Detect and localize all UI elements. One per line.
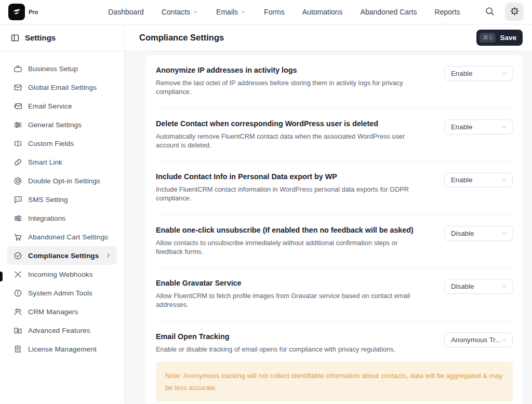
sidebar-item-incoming-webhooks[interactable]: Incoming Webhooks <box>7 265 117 284</box>
keyboard-shortcut-badge: ⌘S <box>480 33 496 43</box>
nav-contacts[interactable]: Contacts <box>155 4 205 20</box>
sidebar-item-label: System Admin Tools <box>28 289 92 297</box>
sidebar-item-business-setup[interactable]: Business Setup <box>7 59 117 78</box>
nav-forms[interactable]: Forms <box>257 4 291 20</box>
setting-title: Include Contact Info in Personal Data ex… <box>156 172 426 181</box>
settings-button[interactable] <box>505 3 524 21</box>
top-navigation-bar: Pro Dashboard Contacts Emails Forms Auto… <box>0 0 532 24</box>
sidebar-item-global-email-settings[interactable]: Global Email Settings <box>7 78 117 97</box>
setting-row-email-open-tracking: Email Open Tracking Enable or disable tr… <box>156 321 513 403</box>
chevron-down-icon <box>501 283 508 290</box>
sidebar-item-label: Double Opt-in Settings <box>28 177 100 185</box>
sidebar-item-integrations[interactable]: Integrations <box>7 209 117 227</box>
crossed-tools-icon <box>14 270 22 279</box>
settings-content[interactable]: Anonymize IP addresses in activity logs … <box>125 51 532 403</box>
chevron-down-icon <box>501 336 508 343</box>
sidebar-item-custom-fields[interactable]: Custom Fields <box>7 134 117 153</box>
sliders-icon <box>14 120 22 129</box>
page-title: Compliance Settings <box>139 33 224 43</box>
gravatar-service-select[interactable]: Disable <box>444 279 513 294</box>
setting-row-personal-data-export: Include Contact Info in Personal Data ex… <box>156 161 513 215</box>
setting-description: Enable or disable tracking of email open… <box>156 345 395 354</box>
setting-row-anonymize-ip: Anonymize IP addresses in activity logs … <box>156 55 513 109</box>
select-value: Anonymous Tr... <box>451 336 501 344</box>
nav-reports[interactable]: Reports <box>428 4 467 20</box>
delete-contact-select[interactable]: Enable <box>444 119 513 134</box>
nav-label: Dashboard <box>108 8 144 16</box>
setting-description: Automatically remove FluentCRM contact d… <box>156 132 426 150</box>
sidebar-item-label: Global Email Settings <box>28 84 97 91</box>
sidebar-item-label: Incoming Webhooks <box>28 271 93 278</box>
setting-row-delete-contact: Delete Contact when corresponding WordPr… <box>156 109 513 162</box>
nav-automations[interactable]: Automations <box>296 4 350 20</box>
at-sign-icon <box>14 177 22 185</box>
sidebar-item-label: SMS Setting <box>28 196 68 204</box>
sidebar-item-crm-managers[interactable]: CRM Managers <box>7 302 117 321</box>
gear-icon <box>510 6 520 18</box>
sidebar-title: Settings <box>25 33 56 42</box>
pro-badge: Pro <box>29 9 38 15</box>
setting-description: Include FluentCRM contact information in… <box>156 185 426 203</box>
setting-title: Anonymize IP addresses in activity logs <box>156 66 426 74</box>
sidebar-item-abandoned-cart-settings[interactable]: Abandoned Cart Settings <box>7 227 117 246</box>
anonymize-ip-select[interactable]: Enable <box>444 66 513 81</box>
nav-dashboard[interactable]: Dashboard <box>101 4 151 20</box>
setting-row-one-click-unsubscribe: Enable one-click unsubscribe (If enabled… <box>156 215 513 268</box>
save-button[interactable]: ⌘S Save <box>476 30 523 46</box>
select-value: Enable <box>451 123 501 131</box>
search-button[interactable] <box>480 3 499 21</box>
setting-description: Allow FluentCRM to fetch profile images … <box>156 291 426 309</box>
cart-icon <box>14 233 22 241</box>
sidebar-item-label: Email Service <box>28 102 72 110</box>
nav-label: Automations <box>302 8 343 16</box>
nav-emails[interactable]: Emails <box>209 4 253 20</box>
sidebar-item-sms-setting[interactable]: SMS Setting <box>7 190 117 209</box>
sidebar-item-system-admin-tools[interactable]: System Admin Tools <box>7 284 117 302</box>
select-value: Enable <box>451 70 501 77</box>
sidebar-item-label: Custom Fields <box>28 140 74 147</box>
sidebar-item-license-management[interactable]: License Management <box>7 340 117 358</box>
top-nav-menu: Dashboard Contacts Emails Forms Automati… <box>101 4 467 20</box>
panel-layout-icon <box>10 33 20 43</box>
select-value: Enable <box>451 176 501 184</box>
sidebar-item-label: Abandoned Cart Settings <box>28 233 108 241</box>
sidebar-item-label: Compliance Settings <box>28 252 99 260</box>
personal-data-export-select[interactable]: Enable <box>444 172 513 187</box>
chevron-down-icon <box>501 230 508 237</box>
input-cursor-icon <box>14 139 22 148</box>
select-value: Disable <box>451 282 501 290</box>
mail-send-icon <box>14 102 22 111</box>
sidebar-item-general-settings[interactable]: General Settings <box>7 115 117 134</box>
select-value: Disable <box>451 230 501 237</box>
nav-label: Reports <box>435 8 460 16</box>
sidebar-item-label: Advanced Features <box>28 327 90 334</box>
sidebar-item-double-opt-in-settings[interactable]: Double Opt-in Settings <box>7 171 117 190</box>
sidebar-item-email-service[interactable]: Email Service <box>7 97 117 115</box>
mail-dot-icon <box>14 83 22 92</box>
nav-abandoned-carts[interactable]: Abandoned Carts <box>354 4 424 20</box>
sidebar-item-label: Business Setup <box>28 65 78 73</box>
sidebar-item-advanced-features[interactable]: Advanced Features <box>7 321 117 340</box>
sidebar-item-label: General Settings <box>28 121 82 129</box>
alert-circle-icon <box>14 289 22 298</box>
email-open-tracking-select[interactable]: Anonymous Tr... <box>444 332 513 347</box>
sidebar-item-label: Integrations <box>28 214 65 222</box>
users-icon <box>14 307 22 316</box>
link-icon <box>14 158 22 167</box>
nav-label: Contacts <box>162 8 190 16</box>
chevron-down-icon <box>241 9 246 15</box>
setting-title: Delete Contact when corresponding WordPr… <box>156 119 426 128</box>
chevron-down-icon <box>501 177 508 183</box>
page-header: Compliance Settings ⌘S Save <box>125 24 532 51</box>
sidebar-item-smart-link[interactable]: Smart Link <box>7 153 117 171</box>
chevron-right-icon <box>105 252 112 259</box>
active-item-indicator <box>0 272 3 281</box>
chevron-down-icon <box>501 124 508 130</box>
nav-label: Emails <box>216 8 238 16</box>
one-click-unsubscribe-select[interactable]: Disable <box>444 226 513 241</box>
brand[interactable]: Pro <box>8 4 38 20</box>
check-circle-icon <box>14 251 22 260</box>
sidebar-header: Settings <box>0 24 124 51</box>
sidebar-item-compliance-settings[interactable]: Compliance Settings <box>7 246 117 265</box>
sliders-icon <box>14 214 22 223</box>
